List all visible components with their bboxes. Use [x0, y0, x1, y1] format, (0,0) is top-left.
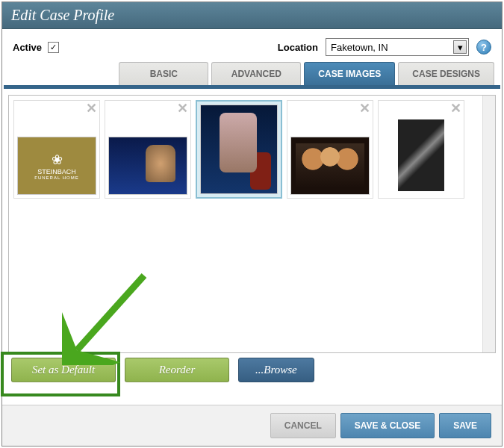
- dialog: Edit Case Profile Active ✓ Location Fake…: [1, 1, 503, 447]
- image-thumb[interactable]: ✕: [105, 100, 191, 199]
- close-icon[interactable]: ✕: [177, 103, 188, 113]
- active-checkbox[interactable]: ✓: [48, 42, 59, 53]
- thumb-image: ❀ STEINBACH FUNERAL HOME: [17, 137, 96, 195]
- close-icon[interactable]: ✕: [86, 103, 97, 113]
- location-value: Faketown, IN: [331, 42, 388, 53]
- thumb-image: [200, 105, 278, 194]
- content-area: ✕ ❀ STEINBACH FUNERAL HOME ✕ Default ✕ ✕: [2, 89, 502, 405]
- close-icon[interactable]: ✕: [359, 103, 370, 113]
- thumb-image: [108, 137, 187, 195]
- save-button[interactable]: SAVE: [439, 413, 491, 438]
- cancel-button[interactable]: CANCEL: [270, 413, 336, 438]
- close-icon[interactable]: ✕: [450, 103, 461, 113]
- footer: CANCEL SAVE & CLOSE SAVE: [2, 405, 502, 446]
- tab-case-designs[interactable]: CASE DESIGNS: [398, 62, 494, 85]
- dialog-title: Edit Case Profile: [2, 2, 502, 29]
- logo-name: STEINBACH: [37, 168, 76, 175]
- location-label: Location: [278, 42, 318, 53]
- location-select[interactable]: Faketown, IN ▾: [326, 38, 469, 56]
- thumb-image: [382, 116, 461, 195]
- image-thumb[interactable]: ✕ ❀ STEINBACH FUNERAL HOME: [13, 100, 100, 199]
- thumb-image: [290, 137, 370, 195]
- image-thumb[interactable]: ✕: [287, 100, 373, 199]
- action-row: Set as Default Reorder ...Browse: [8, 353, 496, 382]
- logo-sub: FUNERAL HOME: [34, 175, 78, 180]
- browse-button[interactable]: ...Browse: [238, 358, 314, 382]
- tab-basic[interactable]: BASIC: [119, 62, 208, 85]
- set-default-button[interactable]: Set as Default: [11, 358, 116, 382]
- chevron-down-icon: ▾: [453, 40, 467, 54]
- save-close-button[interactable]: SAVE & CLOSE: [340, 413, 435, 438]
- active-label: Active: [13, 42, 42, 53]
- tab-advanced[interactable]: ADVANCED: [211, 62, 301, 85]
- image-list: ✕ ❀ STEINBACH FUNERAL HOME ✕ Default ✕ ✕: [8, 95, 496, 353]
- image-thumb[interactable]: ✕: [378, 100, 464, 199]
- tab-case-images[interactable]: CASE IMAGES: [304, 62, 395, 85]
- header-row: Active ✓ Location Faketown, IN ▾ ?: [2, 29, 502, 59]
- image-thumb-selected[interactable]: Default ✕: [196, 100, 282, 199]
- help-icon[interactable]: ?: [476, 40, 491, 55]
- tab-bar: BASIC ADVANCED CASE IMAGES CASE DESIGNS: [2, 59, 502, 85]
- reorder-button[interactable]: Reorder: [125, 358, 229, 382]
